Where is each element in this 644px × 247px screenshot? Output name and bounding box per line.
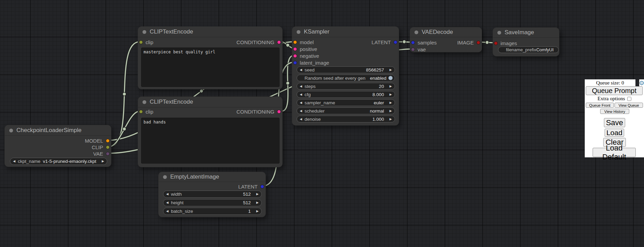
conditioning-slot-dot[interactable] xyxy=(293,54,297,58)
image-slot-dot[interactable] xyxy=(494,41,498,45)
input-positive[interactable]: positive xyxy=(293,46,317,52)
node-header[interactable]: SaveImage xyxy=(493,28,559,38)
output-model[interactable]: MODEL xyxy=(85,137,110,144)
decrement-arrow-icon[interactable]: ◀ xyxy=(166,193,169,196)
settings-button[interactable]: ⚙ xyxy=(639,79,644,87)
random-seed-toggle-widget[interactable]: Random seed after every gen enabled xyxy=(297,75,395,81)
decrement-arrow-icon[interactable]: ◀ xyxy=(166,210,169,213)
model-slot-dot[interactable] xyxy=(293,40,297,44)
increment-arrow-icon[interactable]: ▶ xyxy=(256,210,259,213)
output-clip[interactable]: CLIP xyxy=(92,144,110,151)
increment-arrow-icon[interactable]: ▶ xyxy=(256,193,259,196)
node-ksampler[interactable]: KSampler model positive negative latent_… xyxy=(292,26,399,126)
load-button[interactable]: Load xyxy=(605,129,624,137)
increment-arrow-icon[interactable]: ▶ xyxy=(389,93,392,96)
save-button[interactable]: Save xyxy=(604,118,625,127)
increment-arrow-icon[interactable]: ▶ xyxy=(389,118,392,121)
input-clip[interactable]: clip xyxy=(139,39,153,46)
input-clip[interactable]: clip xyxy=(139,108,153,115)
node-empty-latent-image[interactable]: EmptyLatentImage LATENT ◀ width 512 ▶ ◀ … xyxy=(158,172,266,217)
conditioning-slot-dot[interactable] xyxy=(277,40,281,44)
node-header[interactable]: EmptyLatentImage xyxy=(159,172,265,182)
ckpt-name-widget[interactable]: ◀ ckpt_name v1-5-pruned-emaonly.ckpt ▶ xyxy=(10,158,107,165)
node-clip-text-encode-negative[interactable]: CLIPTextEncode clip CONDITIONING bad han… xyxy=(138,96,283,167)
decrement-arrow-icon[interactable]: ◀ xyxy=(300,68,302,72)
input-negative[interactable]: negative xyxy=(293,52,319,59)
cfg-widget[interactable]: ◀ cfg 8.000 ▶ xyxy=(297,91,395,98)
decrement-arrow-icon[interactable]: ◀ xyxy=(300,93,302,96)
scheduler-widget[interactable]: ◀ scheduler normal ▶ xyxy=(297,107,395,114)
model-slot-dot[interactable] xyxy=(106,139,110,143)
decrement-arrow-icon[interactable]: ◀ xyxy=(300,118,302,121)
toggle-dot[interactable] xyxy=(388,76,393,80)
node-header[interactable]: CLIPTextEncode xyxy=(138,97,282,107)
width-widget[interactable]: ◀ width 512 ▶ xyxy=(163,191,262,198)
height-widget[interactable]: ◀ height 512 ▶ xyxy=(163,199,262,206)
input-vae[interactable]: vae xyxy=(411,46,426,53)
clip-slot-dot[interactable] xyxy=(106,145,110,149)
conditioning-slot-dot[interactable] xyxy=(277,110,281,114)
output-latent[interactable]: LATENT xyxy=(372,39,397,46)
extra-options-checkbox[interactable] xyxy=(627,97,631,101)
latent-slot-dot[interactable] xyxy=(411,41,415,44)
collapse-dot[interactable] xyxy=(163,175,167,179)
node-clip-text-encode-positive[interactable]: CLIPTextEncode clip CONDITIONING masterp… xyxy=(138,26,283,89)
clip-slot-dot[interactable] xyxy=(139,40,143,44)
gear-icon[interactable]: ⚙ xyxy=(639,80,644,86)
vae-slot-dot[interactable] xyxy=(411,48,415,51)
decrement-arrow-icon[interactable]: ◀ xyxy=(13,160,15,163)
node-save-image[interactable]: SaveImage images filename_prefix ComfyUI xyxy=(493,27,559,56)
increment-arrow-icon[interactable]: ▶ xyxy=(389,85,392,88)
load-default-button[interactable]: Load Default xyxy=(593,148,636,157)
node-header[interactable]: CheckpointLoaderSimple xyxy=(5,125,111,136)
input-samples[interactable]: samples xyxy=(411,39,437,46)
decrement-arrow-icon[interactable]: ◀ xyxy=(300,109,302,113)
latent-slot-dot[interactable] xyxy=(260,185,264,188)
node-vae-decode[interactable]: VAEDecode samples vae IMAGE xyxy=(410,27,482,52)
collapse-dot[interactable] xyxy=(143,30,146,34)
output-conditioning[interactable]: CONDITIONING xyxy=(236,39,281,46)
steps-widget[interactable]: ◀ steps 20 ▶ xyxy=(297,83,395,90)
decrement-arrow-icon[interactable]: ◀ xyxy=(300,101,302,104)
seed-widget[interactable]: ◀ seed 8566257 ▶ xyxy=(297,66,395,73)
collapse-dot[interactable] xyxy=(497,31,501,35)
positive-prompt-textarea[interactable]: masterpiece best quality girl xyxy=(141,48,280,87)
increment-arrow-icon[interactable]: ▶ xyxy=(389,68,392,72)
latent-slot-dot[interactable] xyxy=(394,40,397,44)
clip-slot-dot[interactable] xyxy=(139,110,143,114)
denoise-widget[interactable]: ◀ denoise 1.000 ▶ xyxy=(297,116,395,122)
output-image[interactable]: IMAGE xyxy=(457,39,480,46)
collapse-dot[interactable] xyxy=(143,100,146,104)
collapse-dot[interactable] xyxy=(414,30,418,34)
queue-prompt-button[interactable]: Queue Prompt xyxy=(586,86,643,95)
latent-slot-dot[interactable] xyxy=(293,61,297,65)
input-model[interactable]: model xyxy=(293,39,314,46)
output-conditioning[interactable]: CONDITIONING xyxy=(236,108,281,115)
node-header[interactable]: VAEDecode xyxy=(410,27,482,37)
collapse-dot[interactable] xyxy=(9,129,13,132)
sampler-name-widget[interactable]: ◀ sampler_name euler ▶ xyxy=(297,99,395,106)
increment-arrow-icon[interactable]: ▶ xyxy=(256,201,259,204)
output-latent[interactable]: LATENT xyxy=(238,183,264,190)
view-queue-button[interactable]: View Queue xyxy=(615,103,643,108)
comfy-menu-panel[interactable]: Queue size: 0 ⚙ Queue Prompt Extra optio… xyxy=(585,79,644,157)
node-header[interactable]: KSampler xyxy=(292,27,399,37)
batch-size-widget[interactable]: ◀ batch_size 1 ▶ xyxy=(163,208,262,215)
negative-prompt-textarea[interactable]: bad hands xyxy=(141,118,280,164)
input-latent-image[interactable]: latent_image xyxy=(293,59,329,66)
view-history-button[interactable]: View History xyxy=(600,109,629,114)
decrement-arrow-icon[interactable]: ◀ xyxy=(300,85,302,88)
increment-arrow-icon[interactable]: ▶ xyxy=(102,160,104,163)
increment-arrow-icon[interactable]: ▶ xyxy=(389,109,392,113)
vae-slot-dot[interactable] xyxy=(106,152,110,156)
queue-front-button[interactable]: Queue Front xyxy=(586,103,614,108)
decrement-arrow-icon[interactable]: ◀ xyxy=(166,201,169,204)
input-images[interactable]: images xyxy=(494,40,517,47)
output-vae[interactable]: VAE xyxy=(93,150,110,157)
node-header[interactable]: CLIPTextEncode xyxy=(138,27,282,37)
filename-prefix-widget[interactable]: filename_prefix ComfyUI xyxy=(498,47,559,53)
conditioning-slot-dot[interactable] xyxy=(293,47,297,51)
increment-arrow-icon[interactable]: ▶ xyxy=(389,101,392,104)
collapse-dot[interactable] xyxy=(297,30,300,34)
node-checkpoint-loader[interactable]: CheckpointLoaderSimple MODEL CLIP VAE ◀ … xyxy=(4,125,111,167)
